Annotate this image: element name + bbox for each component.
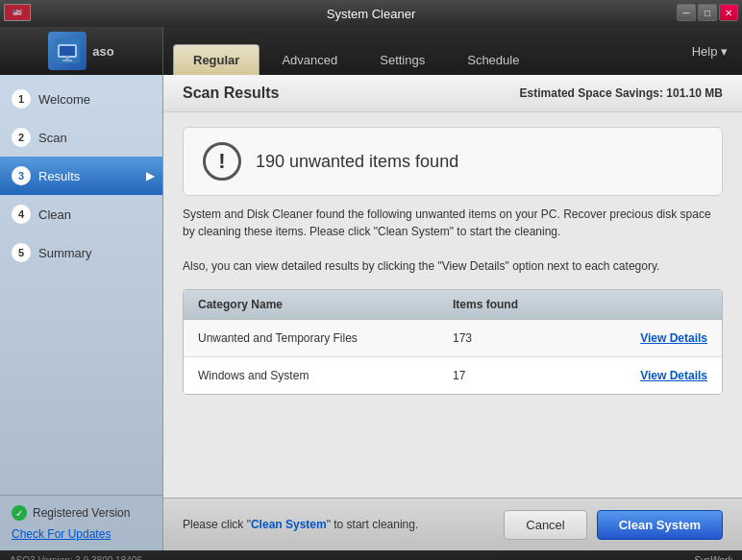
tabs-area: Regular Advanced Settings Schedule [163, 27, 678, 75]
description-p1: System and Disk Cleaner found the follow… [183, 206, 723, 240]
clean-system-button[interactable]: Clean System [597, 510, 723, 540]
sidebar-item-scan[interactable]: 2 Scan [0, 118, 162, 157]
bottom-highlight: Clean System [251, 518, 327, 531]
view-details-link-1[interactable]: View Details [640, 331, 707, 345]
flag-icon: 🇺🇸 [4, 4, 31, 21]
sidebar-label-results: Results [38, 169, 80, 183]
svg-rect-2 [60, 46, 75, 56]
registered-label: Registered Version [33, 506, 130, 520]
alert-message: 190 unwanted items found [256, 152, 458, 172]
svg-point-3 [65, 56, 69, 60]
sidebar-arrow: ▶ [146, 169, 155, 183]
table-header: Category Name Items found [184, 290, 722, 320]
col-header-action [581, 298, 708, 311]
title-bar: 🇺🇸 System Cleaner ─ □ ✕ [0, 0, 742, 27]
sidebar-num-3: 3 [12, 166, 31, 185]
registered-badge: ✓ Registered Version [12, 505, 151, 521]
minimize-button[interactable]: ─ [677, 4, 696, 21]
window-title: System Cleaner [327, 7, 415, 21]
row2-items: 17 [453, 369, 581, 382]
results-header: Scan Results Estimated Space Savings: 10… [163, 75, 742, 112]
help-menu[interactable]: Help ▾ [678, 27, 742, 75]
sidebar-item-results[interactable]: 3 Results ▶ [0, 157, 162, 195]
bottom-bar: Please click "Clean System" to start cle… [163, 498, 742, 550]
row2-action: View Details [581, 369, 708, 382]
table-row: Windows and System 17 View Details [184, 357, 722, 394]
registered-check-icon: ✓ [12, 505, 27, 521]
tab-schedule[interactable]: Schedule [447, 44, 539, 75]
sidebar-footer: ✓ Registered Version Check For Updates [0, 495, 162, 550]
sidebar-label-welcome: Welcome [38, 92, 90, 107]
content-area: Scan Results Estimated Space Savings: 10… [163, 75, 742, 550]
space-savings: Estimated Space Savings: 101.10 MB [520, 86, 723, 100]
brand-label: SysWork [694, 555, 732, 561]
sidebar-num-1: 1 [12, 89, 31, 109]
row2-category: Windows and System [198, 369, 453, 382]
row1-category: Unwanted and Temporary Files [198, 331, 453, 345]
alert-box: ! 190 unwanted items found [183, 127, 723, 196]
svg-rect-4 [62, 60, 72, 61]
results-title: Scan Results [183, 85, 279, 102]
sidebar-item-summary[interactable]: 5 Summary [0, 233, 162, 272]
bottom-message: Please click "Clean System" to start cle… [183, 518, 494, 531]
sidebar-item-clean[interactable]: 4 Clean [0, 195, 162, 233]
sidebar-label-scan: Scan [38, 131, 67, 145]
row1-action: View Details [581, 331, 708, 345]
cancel-button[interactable]: Cancel [504, 510, 586, 540]
results-table: Category Name Items found Unwanted and T… [183, 289, 723, 395]
sidebar-num-5: 5 [12, 243, 31, 262]
sidebar-num-2: 2 [12, 128, 31, 147]
logo-text: aso [92, 44, 113, 59]
description: System and Disk Cleaner found the follow… [163, 206, 742, 284]
sidebar-label-summary: Summary [38, 246, 92, 260]
warning-icon: ! [203, 142, 241, 181]
sidebar-num-4: 4 [12, 205, 31, 224]
content-spacer [163, 400, 742, 498]
sidebar-label-clean: Clean [38, 207, 71, 222]
logo-area: aso [0, 27, 163, 75]
sidebar-spacer [0, 272, 162, 495]
status-bar: ASO3 Version: 3.9.3800.18406 SysWork [0, 550, 742, 560]
tab-advanced[interactable]: Advanced [261, 44, 358, 75]
maximize-button[interactable]: □ [698, 4, 717, 21]
col-header-category: Category Name [198, 298, 453, 311]
version-label: ASO3 Version: 3.9.3800.18406 [10, 555, 142, 561]
logo-icon [48, 32, 87, 70]
check-updates-link[interactable]: Check For Updates [12, 527, 111, 541]
nav-bar: aso Regular Advanced Settings Schedule H… [0, 27, 742, 75]
main-layout: 1 Welcome 2 Scan 3 Results ▶ 4 Clean 5 S… [0, 75, 742, 550]
row1-items: 173 [453, 331, 581, 345]
window-controls: ─ □ ✕ [677, 4, 738, 21]
close-button[interactable]: ✕ [719, 4, 738, 21]
description-p2: Also, you can view detailed results by c… [183, 257, 723, 275]
sidebar-item-welcome[interactable]: 1 Welcome [0, 80, 162, 118]
tab-regular[interactable]: Regular [173, 44, 260, 75]
tab-settings[interactable]: Settings [359, 44, 445, 75]
col-header-items: Items found [453, 298, 581, 311]
sidebar: 1 Welcome 2 Scan 3 Results ▶ 4 Clean 5 S… [0, 75, 163, 550]
table-row: Unwanted and Temporary Files 173 View De… [184, 320, 722, 357]
view-details-link-2[interactable]: View Details [640, 369, 707, 382]
